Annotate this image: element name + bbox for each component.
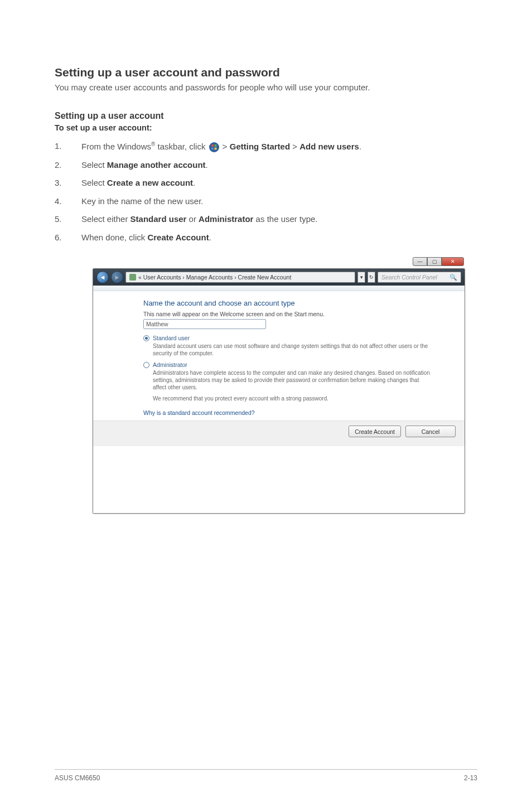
why-standard-link[interactable]: Why is a standard account recommended? — [143, 409, 255, 416]
nav-back-button[interactable]: ◄ — [96, 271, 109, 283]
footer-right: 2-13 — [464, 774, 477, 782]
step-3: 3. Select Create a new account. — [55, 177, 477, 190]
step-number: 6. — [55, 231, 62, 244]
bold-text: Getting Started — [230, 142, 290, 151]
bold-text: Create Account — [147, 233, 209, 242]
section-heading: Setting up a user account and password — [55, 66, 477, 79]
cancel-button[interactable]: Cancel — [405, 426, 456, 437]
toolbar-strip — [93, 286, 465, 291]
content-area: Name the account and choose an account t… — [93, 291, 465, 421]
step-text: From the Windows — [81, 142, 151, 151]
step-text: Key in the name of the new user. — [81, 196, 203, 206]
step-5: 5. Select either Standard user or Admini… — [55, 213, 477, 226]
bold-text: Add new users — [299, 142, 359, 151]
screenshot-window: — ▢ ✕ ◄ ► « User Accounts › Manage Accou… — [93, 257, 465, 514]
bold-text: Standard user — [130, 214, 187, 224]
search-input[interactable]: Search Control Panel 🔍 — [378, 272, 461, 283]
step-number: 5. — [55, 213, 62, 226]
address-bar: ◄ ► « User Accounts › Manage Accounts › … — [93, 269, 465, 286]
section-intro: You may create user accounts and passwor… — [55, 83, 477, 92]
instruction-lead: To set up a user account: — [55, 123, 477, 132]
user-accounts-icon — [129, 274, 136, 281]
step-1: 1. From the Windows® taskbar, click > Ge… — [55, 140, 477, 153]
window-empty-area — [93, 446, 465, 513]
radio-icon — [143, 335, 149, 341]
search-placeholder: Search Control Panel — [381, 274, 437, 281]
refresh-button[interactable]: ↻ — [367, 272, 375, 283]
minimize-button[interactable]: — — [413, 257, 427, 266]
step-number: 4. — [55, 195, 62, 208]
standard-user-option[interactable]: Standard user — [143, 335, 431, 341]
steps-list: 1. From the Windows® taskbar, click > Ge… — [55, 140, 477, 244]
window-titlebar: — ▢ ✕ — [93, 257, 465, 268]
breadcrumb-text: « User Accounts › Manage Accounts › Crea… — [138, 274, 291, 281]
step-number: 1. — [55, 140, 62, 153]
administrator-desc: Administrators have complete access to t… — [153, 369, 431, 391]
footer-left: ASUS CM6650 — [55, 774, 100, 782]
step-6: 6. When done, click Create Account. — [55, 231, 477, 244]
bold-text: Create a new account — [107, 178, 193, 187]
account-name-input[interactable] — [143, 319, 266, 329]
radio-icon — [143, 362, 149, 368]
search-icon: 🔍 — [449, 274, 457, 281]
page-footer: ASUS CM6650 2-13 — [55, 769, 477, 782]
bold-text: Administrator — [199, 214, 253, 224]
sub-heading: Setting up a user account — [55, 111, 477, 121]
create-account-button[interactable]: Create Account — [349, 426, 401, 437]
close-button[interactable]: ✕ — [442, 257, 464, 266]
administrator-option[interactable]: Administrator — [143, 361, 431, 368]
windows-start-icon — [209, 142, 219, 152]
step-4: 4. Key in the name of the new user. — [55, 195, 477, 208]
page-subtitle: This name will appear on the Welcome scr… — [143, 311, 431, 317]
bold-text: Manage another account — [107, 160, 206, 170]
recommendation-text: We recommend that you protect every acco… — [153, 395, 431, 402]
step-number: 2. — [55, 159, 62, 172]
window-controls: — ▢ ✕ — [413, 257, 464, 266]
svg-point-0 — [209, 142, 219, 152]
address-dropdown[interactable]: ▾ — [357, 272, 365, 283]
breadcrumb[interactable]: « User Accounts › Manage Accounts › Crea… — [125, 272, 355, 283]
nav-forward-button[interactable]: ► — [111, 271, 123, 283]
maximize-button[interactable]: ▢ — [427, 257, 442, 266]
radio-label: Standard user — [153, 335, 190, 341]
step-number: 3. — [55, 177, 62, 190]
button-bar: Create Account Cancel — [93, 421, 465, 446]
page-title: Name the account and choose an account t… — [143, 299, 431, 307]
step-2: 2. Select Manage another account. — [55, 159, 477, 172]
radio-label: Administrator — [153, 361, 187, 368]
standard-user-desc: Standard account users can use most soft… — [153, 342, 431, 357]
